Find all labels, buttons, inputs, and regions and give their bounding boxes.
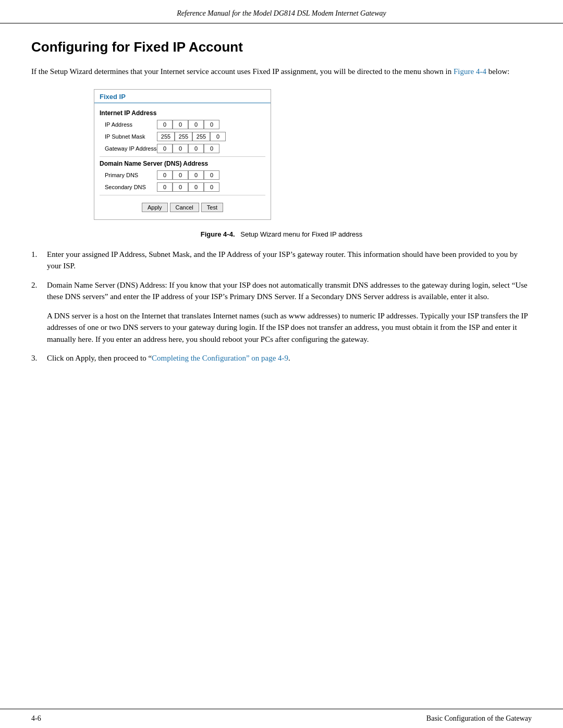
ip-octet-4[interactable]	[204, 120, 219, 129]
ip-octet-3[interactable]	[188, 120, 204, 129]
gateway-octet-2[interactable]	[173, 144, 188, 153]
footer-page-number: 4-6	[31, 714, 41, 723]
page-footer: 4-6 Basic Configuration of the Gateway	[0, 709, 563, 728]
ip-octet-1[interactable]	[157, 120, 173, 129]
primary-dns-octet-3[interactable]	[188, 170, 204, 180]
subnet-mask-label: IP Subnet Mask	[100, 133, 157, 140]
primary-dns-inputs	[157, 170, 219, 180]
subnet-mask-row: IP Subnet Mask	[100, 132, 265, 141]
page-title: Configuring for Fixed IP Account	[31, 39, 532, 55]
primary-dns-label: Primary DNS	[100, 172, 157, 178]
subnet-octet-4[interactable]	[210, 132, 226, 141]
list-item-2: 2. Domain Name Server (DNS) Address: If …	[31, 279, 532, 303]
figure-caption: Figure 4-4. Setup Wizard menu for Fixed …	[31, 230, 532, 238]
gateway-octet-1[interactable]	[157, 144, 173, 153]
ip-octet-2[interactable]	[173, 120, 188, 129]
primary-dns-octet-4[interactable]	[204, 170, 219, 180]
completing-config-link[interactable]: Completing the Configuration” on page 4-…	[152, 354, 288, 362]
subnet-octet-3[interactable]	[192, 132, 210, 141]
gateway-row: Gateway IP Address	[100, 144, 265, 153]
ip-address-label: IP Address	[100, 121, 157, 128]
gateway-octet-3[interactable]	[188, 144, 204, 153]
list-item-3-text: Click on Apply, then proceed to “	[47, 354, 152, 362]
primary-dns-row: Primary DNS	[100, 170, 265, 180]
secondary-dns-label: Secondary DNS	[100, 184, 157, 190]
ip-address-inputs	[157, 120, 219, 129]
form-title: Fixed IP	[94, 90, 271, 103]
subnet-octet-2[interactable]	[175, 132, 192, 141]
figure-link[interactable]: Figure 4-4	[454, 67, 486, 76]
list-item-3: 3. Click on Apply, then proceed to “Comp…	[31, 352, 532, 364]
secondary-dns-octet-3[interactable]	[188, 182, 204, 192]
footer-section-title: Basic Configuration of the Gateway	[426, 714, 532, 723]
gateway-label: Gateway IP Address	[100, 145, 157, 152]
intro-paragraph: If the Setup Wizard determines that your…	[31, 66, 532, 78]
apply-button[interactable]: Apply	[142, 203, 168, 212]
gateway-octet-4[interactable]	[204, 144, 219, 153]
instructions-list-cont: 3. Click on Apply, then proceed to “Comp…	[31, 352, 532, 364]
primary-dns-octet-2[interactable]	[173, 170, 188, 180]
list-item-2-text: Domain Name Server (DNS) Address: If you…	[47, 281, 528, 301]
gateway-inputs	[157, 144, 219, 153]
cancel-button[interactable]: Cancel	[170, 203, 199, 212]
secondary-dns-inputs	[157, 182, 219, 192]
fixed-ip-form: Fixed IP Internet IP Address IP Address …	[94, 89, 271, 220]
figure-caption-text: Setup Wizard menu for Fixed IP address	[240, 230, 362, 238]
dns-section-label: Domain Name Server (DNS) Address	[100, 160, 265, 167]
secondary-dns-octet-2[interactable]	[173, 182, 188, 192]
subnet-mask-inputs	[157, 132, 226, 141]
internet-ip-section-label: Internet IP Address	[100, 109, 265, 117]
instructions-list: 1. Enter your assigned IP Address, Subne…	[31, 249, 532, 303]
dns-explanation: A DNS server is a host on the Internet t…	[47, 310, 532, 346]
secondary-dns-octet-1[interactable]	[157, 182, 173, 192]
form-button-row: Apply Cancel Test	[100, 199, 265, 215]
secondary-dns-row: Secondary DNS	[100, 182, 265, 192]
secondary-dns-octet-4[interactable]	[204, 182, 219, 192]
test-button[interactable]: Test	[201, 203, 223, 212]
primary-dns-octet-1[interactable]	[157, 170, 173, 180]
subnet-octet-1[interactable]	[157, 132, 175, 141]
list-item-1: 1. Enter your assigned IP Address, Subne…	[31, 249, 532, 272]
ip-address-row: IP Address	[100, 120, 265, 129]
figure-number: Figure 4-4.	[201, 230, 235, 238]
page-header: Reference Manual for the Model DG814 DSL…	[31, 9, 532, 18]
